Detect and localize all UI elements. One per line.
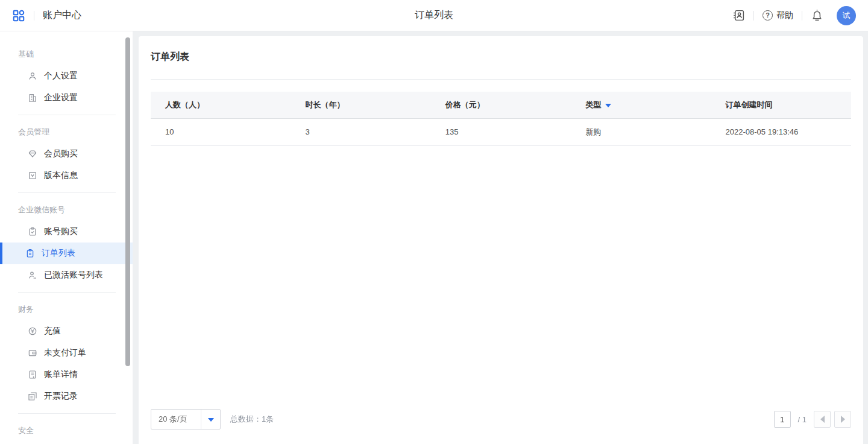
diamond-icon bbox=[28, 149, 37, 159]
pagination: 1 / 1 bbox=[774, 411, 851, 428]
sidebar-item-label: 订单列表 bbox=[42, 248, 75, 259]
cell-type: 新购 bbox=[571, 118, 711, 145]
sidebar-item-label: 充值 bbox=[44, 326, 61, 337]
sidebar-item-label: 账单详情 bbox=[44, 369, 78, 380]
bill-icon bbox=[28, 370, 37, 379]
sidebar-item-label: 企业设置 bbox=[44, 92, 78, 103]
contacts-icon[interactable] bbox=[732, 9, 745, 22]
apps-grid-icon[interactable] bbox=[12, 9, 25, 22]
divider bbox=[802, 11, 802, 21]
invoice-icon bbox=[28, 392, 37, 401]
section-divider bbox=[18, 192, 116, 193]
next-page-button[interactable] bbox=[834, 411, 851, 428]
cell-people: 10 bbox=[151, 118, 291, 145]
sidebar: 基础 个人设置 企业设置 会员管理 bbox=[0, 31, 133, 444]
col-header-type-label: 类型 bbox=[585, 100, 601, 110]
total-pages-text: / 1 bbox=[798, 415, 807, 424]
divider bbox=[34, 11, 34, 21]
order-table-container: 人数（人） 时长（年） 价格（元） 类型 订单创建时间 10 3 bbox=[139, 80, 863, 409]
sidebar-item-recharge[interactable]: 充值 bbox=[0, 320, 133, 342]
prev-page-button[interactable] bbox=[814, 411, 831, 428]
col-header-duration: 时长（年） bbox=[291, 92, 430, 118]
user-icon bbox=[28, 71, 37, 81]
help-icon: ? bbox=[763, 10, 773, 21]
filter-dropdown-icon[interactable] bbox=[605, 104, 611, 107]
sidebar-item-label: 会员购买 bbox=[44, 148, 78, 159]
sidebar-item-company-settings[interactable]: 企业设置 bbox=[0, 87, 133, 109]
sidebar-scrollbar[interactable] bbox=[125, 37, 130, 366]
help-button[interactable]: ? 帮助 bbox=[763, 10, 793, 21]
sidebar-item-label: 已激活账号列表 bbox=[44, 270, 103, 281]
page-title: 订单列表 bbox=[151, 51, 851, 63]
bell-icon[interactable] bbox=[811, 9, 823, 22]
section-divider bbox=[18, 292, 116, 293]
arrow-left-icon bbox=[820, 416, 825, 423]
sidebar-item-label: 版本信息 bbox=[44, 170, 78, 181]
sidebar-item-member-purchase[interactable]: 会员购买 bbox=[0, 143, 133, 165]
page-size-dropdown-arrow bbox=[201, 410, 220, 429]
sidebar-item-label: 未支付订单 bbox=[44, 347, 86, 358]
sidebar-item-personal-settings[interactable]: 个人设置 bbox=[0, 65, 133, 87]
wallet-icon bbox=[28, 348, 37, 358]
avatar[interactable]: 试 bbox=[837, 6, 856, 25]
col-header-price: 价格（元） bbox=[431, 92, 571, 118]
sidebar-section-security: 安全 bbox=[0, 420, 133, 442]
sidebar-item-label: 开票记录 bbox=[44, 391, 78, 402]
section-divider bbox=[18, 115, 116, 115]
cell-duration: 3 bbox=[291, 118, 430, 145]
sidebar-item-version-info[interactable]: 版本信息 bbox=[0, 165, 133, 186]
cell-price: 135 bbox=[431, 118, 571, 145]
recharge-icon bbox=[28, 326, 37, 336]
main-panel: 订单列表 人数（人） 时长（年） 价格（元） 类型 订单创建时间 bbox=[139, 36, 863, 444]
help-label: 帮助 bbox=[776, 10, 793, 21]
sidebar-item-label: 账号购买 bbox=[44, 226, 78, 237]
chevron-down-icon bbox=[208, 418, 214, 422]
col-header-type: 类型 bbox=[571, 92, 711, 118]
page-size-select[interactable]: 20 条/页 bbox=[151, 409, 221, 430]
total-count-text: 总数据：1条 bbox=[230, 414, 274, 425]
sidebar-section-wecom-account: 企业微信账号 bbox=[0, 199, 133, 221]
building-icon bbox=[28, 93, 37, 103]
user-list-icon bbox=[28, 270, 37, 280]
sidebar-item-unpaid-orders[interactable]: 未支付订单 bbox=[0, 342, 133, 364]
section-divider bbox=[18, 413, 116, 414]
sidebar-item-account-purchase[interactable]: 账号购买 bbox=[0, 221, 133, 243]
divider bbox=[753, 11, 754, 21]
sidebar-item-bill-details[interactable]: 账单详情 bbox=[0, 364, 133, 385]
table-row: 10 3 135 新购 2022-08-05 19:13:46 bbox=[151, 118, 851, 145]
cell-created-time: 2022-08-05 19:13:46 bbox=[711, 118, 851, 145]
page-size-value: 20 条/页 bbox=[151, 414, 201, 425]
sidebar-section-basic: 基础 bbox=[0, 43, 133, 65]
sidebar-item-order-list[interactable]: 订单列表 bbox=[0, 243, 133, 264]
clipboard-check-icon bbox=[28, 227, 37, 236]
sidebar-item-invoice-records[interactable]: 开票记录 bbox=[0, 385, 133, 407]
table-footer: 20 条/页 总数据：1条 1 / 1 bbox=[139, 409, 863, 444]
order-table: 人数（人） 时长（年） 价格（元） 类型 订单创建时间 10 3 bbox=[151, 92, 851, 146]
sidebar-item-activated-accounts[interactable]: 已激活账号列表 bbox=[0, 264, 133, 286]
arrow-right-icon bbox=[841, 416, 845, 423]
sidebar-section-membership: 会员管理 bbox=[0, 121, 133, 143]
app-title: 账户中心 bbox=[43, 9, 81, 22]
version-icon bbox=[28, 171, 37, 180]
top-bar: 订单列表 账户中心 ? 帮助 bbox=[0, 0, 868, 31]
sidebar-item-label: 个人设置 bbox=[44, 71, 78, 81]
order-list-icon bbox=[25, 249, 35, 258]
table-header-row: 人数（人） 时长（年） 价格（元） 类型 订单创建时间 bbox=[151, 92, 851, 118]
col-header-people: 人数（人） bbox=[151, 92, 291, 118]
current-page-input[interactable]: 1 bbox=[774, 411, 791, 428]
col-header-created-time: 订单创建时间 bbox=[711, 92, 851, 118]
sidebar-section-finance: 财务 bbox=[0, 299, 133, 320]
